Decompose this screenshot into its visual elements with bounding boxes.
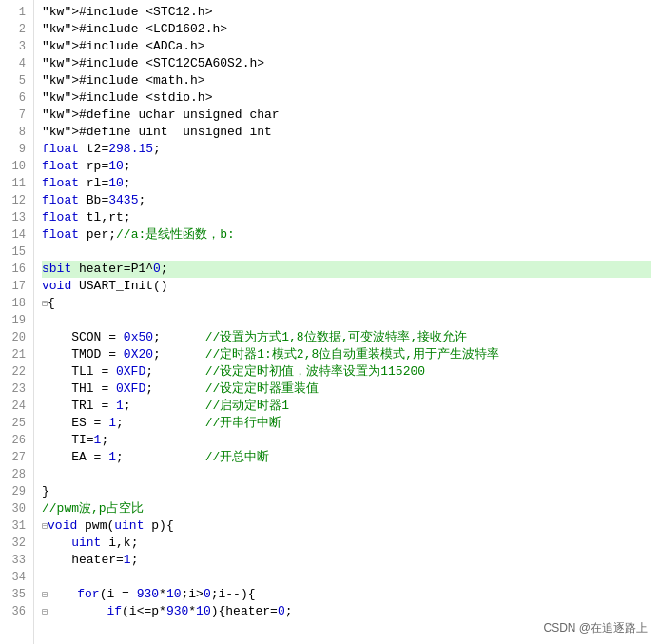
line-number: 13 [8, 209, 26, 226]
line-number: 9 [8, 141, 26, 158]
code-line: //pwm波,p占空比 [42, 500, 651, 517]
line-number: 22 [8, 363, 26, 381]
code-line [42, 312, 651, 329]
line-number: 26 [8, 432, 26, 449]
line-number: 16 [8, 261, 26, 278]
code-editor: 1234567891011121314151617181920212223242… [0, 0, 659, 644]
code-line [42, 466, 651, 483]
code-line: SCON = 0x50; //设置为方式1,8位数据,可变波特率,接收允许 [42, 329, 651, 346]
code-line: void USART_Init() [42, 278, 651, 295]
code-line: "kw">#include <STC12.h> [42, 4, 651, 21]
code-line: "kw">#include <math.h> [42, 72, 651, 89]
code-line: TI=1; [42, 432, 651, 449]
code-line: float rp=10; [42, 158, 651, 175]
line-number: 14 [8, 226, 26, 244]
line-number: 25 [8, 415, 26, 432]
fold-icon[interactable]: ⊟ [42, 299, 48, 309]
line-number: 23 [8, 381, 26, 398]
line-number: 19 [8, 312, 26, 329]
line-number: 32 [8, 535, 26, 552]
code-line: TRl = 1; //启动定时器1 [42, 398, 651, 415]
code-line [42, 569, 651, 586]
line-number: 3 [8, 38, 26, 55]
line-number: 8 [8, 124, 26, 141]
line-number: 11 [8, 175, 26, 192]
fold-icon[interactable]: ⊟ [42, 590, 48, 600]
line-number: 1 [8, 4, 26, 21]
line-number: 4 [8, 55, 26, 72]
code-line: "kw">#include <LCD1602.h> [42, 21, 651, 38]
watermark: CSDN @在追逐路上 [543, 620, 648, 636]
line-number: 17 [8, 278, 26, 295]
code-line: ⊟{ [42, 295, 651, 312]
code-line: ES = 1; //开串行中断 [42, 415, 651, 432]
line-number: 36 [8, 603, 26, 620]
line-number: 24 [8, 398, 26, 415]
line-number: 27 [8, 449, 26, 466]
line-number: 6 [8, 89, 26, 107]
code-line: ⊟ for(i = 930*10;i>0;i--){ [42, 586, 651, 603]
line-number: 33 [8, 552, 26, 569]
code-line: "kw">#define uchar unsigned char [42, 107, 651, 124]
code-line: "kw">#include <ADCa.h> [42, 38, 651, 55]
line-number: 7 [8, 107, 26, 124]
code-line: float t2=298.15; [42, 141, 651, 158]
code-line: TLl = 0XFD; //设定定时初值，波特率设置为115200 [42, 363, 651, 381]
code-line: heater=1; [42, 552, 651, 569]
line-numbers: 1234567891011121314151617181920212223242… [0, 0, 34, 644]
line-number: 28 [8, 466, 26, 483]
code-line: EA = 1; //开总中断 [42, 449, 651, 466]
fold-icon[interactable]: ⊟ [42, 607, 48, 617]
code-line: "kw">#define uint unsigned int [42, 124, 651, 141]
code-line: TMOD = 0X20; //定时器1:模式2,8位自动重装模式,用于产生波特率 [42, 346, 651, 363]
code-line: ⊟ if(i<=p*930*10){heater=0; [42, 603, 651, 620]
code-content[interactable]: "kw">#include <STC12.h>"kw">#include <LC… [34, 0, 659, 644]
line-number: 5 [8, 72, 26, 89]
line-number: 34 [8, 569, 26, 586]
line-number: 21 [8, 346, 26, 363]
code-line: THl = 0XFD; //设定定时器重装值 [42, 381, 651, 398]
code-line: uint i,k; [42, 535, 651, 552]
code-line: "kw">#include <STC12C5A60S2.h> [42, 55, 651, 72]
line-number: 18 [8, 295, 26, 312]
line-number: 20 [8, 329, 26, 346]
code-line: sbit heater=P1^0; [42, 261, 651, 278]
code-line: ⊟void pwm(uint p){ [42, 517, 651, 535]
line-number: 10 [8, 158, 26, 175]
line-number: 29 [8, 483, 26, 500]
line-number: 35 [8, 586, 26, 603]
code-line: "kw">#include <stdio.h> [42, 89, 651, 107]
code-line: float per;//a:是线性函数，b: [42, 226, 651, 244]
line-number: 12 [8, 192, 26, 209]
code-line: float rl=10; [42, 175, 651, 192]
line-number: 30 [8, 500, 26, 517]
line-number: 2 [8, 21, 26, 38]
code-line [42, 244, 651, 261]
code-line: } [42, 483, 651, 500]
code-line: float tl,rt; [42, 209, 651, 226]
code-line: float Bb=3435; [42, 192, 651, 209]
line-number: 31 [8, 517, 26, 535]
line-number: 15 [8, 244, 26, 261]
